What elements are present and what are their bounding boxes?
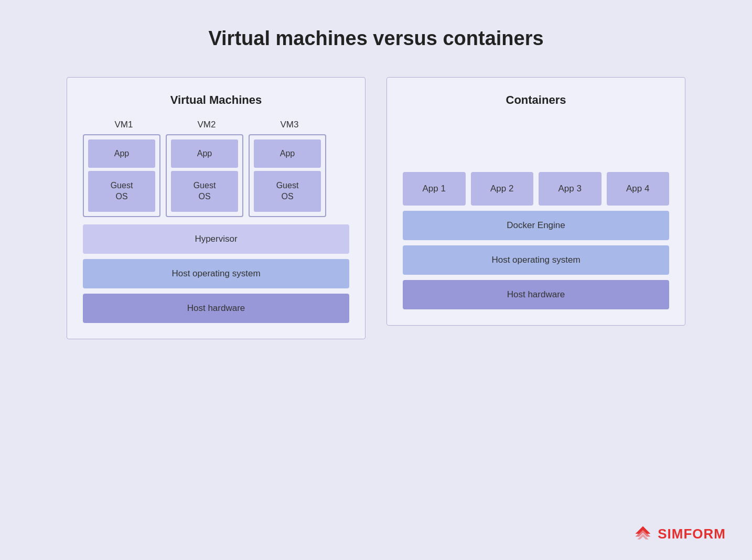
vm-label-2: VM2 (168, 120, 245, 130)
vm-diagram-title: Virtual Machines (83, 93, 349, 107)
vm-card-2: App GuestOS (166, 134, 243, 217)
diagrams-row: Virtual Machines VM1 VM2 VM3 App GuestOS… (0, 77, 752, 339)
logo-text: SIMFORM (658, 526, 726, 542)
vm-label-1: VM1 (85, 120, 163, 130)
containers-host-hw-layer: Host hardware (403, 280, 669, 309)
vm-diagram: Virtual Machines VM1 VM2 VM3 App GuestOS… (67, 77, 366, 339)
vm-host-os-layer: Host operating system (83, 259, 349, 288)
vm3-app: App (254, 139, 321, 168)
vm2-app: App (171, 139, 238, 168)
docker-engine-layer: Docker Engine (403, 211, 669, 240)
vm-card-3: App GuestOS (249, 134, 326, 217)
vm3-guestos: GuestOS (254, 171, 321, 212)
vm-label-3: VM3 (251, 120, 328, 130)
vms-row: App GuestOS App GuestOS App GuestOS (83, 134, 349, 217)
hypervisor-layer: Hypervisor (83, 224, 349, 254)
spacer (403, 120, 669, 172)
vm-host-hw-layer: Host hardware (83, 294, 349, 323)
apps-row: App 1 App 2 App 3 App 4 (403, 172, 669, 206)
app-3: App 3 (539, 172, 601, 206)
vm-labels-row: VM1 VM2 VM3 (83, 120, 349, 130)
app-1: App 1 (403, 172, 466, 206)
vm2-guestos: GuestOS (171, 171, 238, 212)
app-2: App 2 (471, 172, 534, 206)
vm1-app: App (88, 139, 155, 168)
vm-card-1: App GuestOS (83, 134, 160, 217)
containers-diagram: Containers App 1 App 2 App 3 App 4 Docke… (386, 77, 685, 326)
simform-logo-icon (633, 524, 652, 543)
page-title: Virtual machines versus containers (208, 27, 543, 50)
app-4: App 4 (607, 172, 670, 206)
containers-host-os-layer: Host operating system (403, 245, 669, 275)
vm1-guestos: GuestOS (88, 171, 155, 212)
containers-diagram-title: Containers (403, 93, 669, 107)
logo-area: SIMFORM (633, 524, 726, 543)
